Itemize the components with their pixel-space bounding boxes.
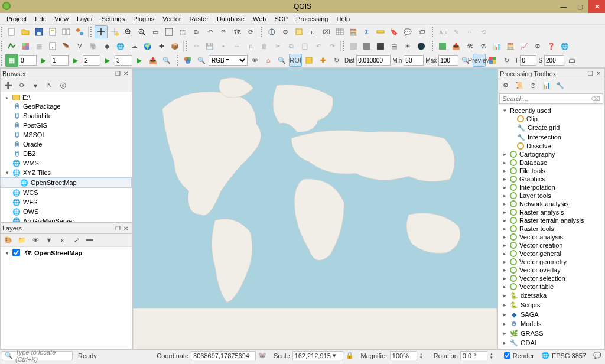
label-button[interactable]: ᴀʙ	[436, 25, 449, 38]
scp-search-button[interactable]: 🔍	[160, 54, 173, 67]
browser-item[interactable]: ▸E:\	[1, 93, 132, 102]
twisty-icon[interactable]: ▸	[502, 201, 508, 207]
stats-button[interactable]: Σ	[360, 25, 373, 38]
measure-button[interactable]	[374, 25, 387, 38]
browser-close-button[interactable]: ✕	[122, 70, 130, 78]
twisty-icon[interactable]: ▸	[502, 217, 508, 223]
scp-next-b[interactable]: ▶	[69, 54, 82, 67]
close-button[interactable]: ✕	[588, 0, 605, 13]
add-spatialite-button[interactable]: 🪶	[60, 40, 73, 53]
browser-props-button[interactable]: 🛈	[56, 79, 69, 92]
attribute-table-button[interactable]	[333, 25, 346, 38]
toolbox-item[interactable]: ▸Vector analysis	[498, 233, 604, 241]
scp-help-button[interactable]: 🌐	[558, 40, 571, 53]
scp-rgb-button[interactable]	[181, 54, 194, 67]
toolbox-item[interactable]: ▸Raster tools	[498, 225, 604, 233]
scp-spin-d[interactable]	[115, 55, 132, 66]
open-project-button[interactable]	[19, 25, 32, 38]
messages-icon[interactable]: 💬	[593, 352, 601, 359]
select-button[interactable]	[292, 25, 305, 38]
browser-item[interactable]: 🛢Oracle	[1, 139, 132, 149]
scp-band-combo[interactable]: RGB =	[209, 55, 248, 66]
twisty-icon[interactable]: ▸	[502, 242, 508, 248]
toolbox-options-button[interactable]: 🔧	[554, 79, 567, 92]
toolbox-script-button[interactable]: 📜	[513, 79, 526, 92]
toolbox-item[interactable]: ▸Vector table	[498, 282, 604, 291]
annotate-button[interactable]: 🏷	[415, 25, 428, 38]
toolbox-item[interactable]: ▸🔧GDAL	[498, 338, 604, 347]
toolbox-search-input[interactable]	[500, 95, 588, 102]
toolbox-item[interactable]: ▸🐍Scripts	[498, 300, 604, 310]
toolbox-close-button[interactable]: ✕	[594, 70, 603, 78]
new-print-layout-button[interactable]	[46, 25, 59, 38]
cut-button[interactable]: ✂	[271, 40, 284, 53]
toolbox-item[interactable]: ▸Raster analysis	[498, 208, 604, 216]
twisty-icon[interactable]: ▾	[502, 108, 508, 113]
raster-clip-button[interactable]: ▤	[388, 40, 401, 53]
menu-vector[interactable]: Vector	[158, 14, 185, 24]
menu-web[interactable]: Web	[249, 14, 270, 24]
scp-show-button[interactable]: 👁	[248, 54, 261, 67]
scp-preview-colors-button[interactable]	[486, 54, 499, 67]
layers-expr-button[interactable]: ε	[56, 233, 69, 246]
toolbox-item[interactable]: ▸🐍dzetsaka	[498, 291, 604, 300]
scp-manual-button[interactable]: ❓	[545, 40, 558, 53]
deselect-button[interactable]: ⌧	[320, 25, 333, 38]
dist-input[interactable]	[356, 55, 391, 66]
add-csv-button[interactable]: ,	[46, 40, 59, 53]
zoom-layer-button[interactable]: ⧉	[190, 25, 203, 38]
twisty-icon[interactable]: ▸	[502, 160, 508, 165]
max-input[interactable]	[438, 55, 458, 66]
maximize-button[interactable]: ▢	[572, 0, 588, 13]
menu-settings[interactable]: Settings	[97, 14, 129, 24]
layers-item[interactable]: ▾🗺OpenStreetMap	[1, 248, 132, 258]
node-tool-button[interactable]: ⋔	[244, 40, 257, 53]
layers-style-button[interactable]: 🎨	[2, 233, 15, 246]
toolbox-item[interactable]: ▸Vector selection	[498, 274, 604, 282]
menu-help[interactable]: Help	[332, 14, 354, 24]
twisty-icon[interactable]: ▸	[4, 95, 10, 100]
scp-bandcalc-button[interactable]: 🧮	[504, 40, 517, 53]
toolbox-history-button[interactable]: ⏱	[526, 79, 539, 92]
scp-zoom-button[interactable]: 🔍	[195, 54, 208, 67]
magnifier-field[interactable]: 100%	[390, 351, 417, 360]
add-vector-button[interactable]	[5, 40, 18, 53]
move-feature-button[interactable]: ↔	[230, 40, 243, 53]
scp-input-button[interactable]: 📥	[450, 40, 463, 53]
browser-tree[interactable]: ▸E:\🛢GeoPackage🛢SpatiaLite🛢PostGIS🛢MSSQL…	[1, 92, 132, 222]
layers-remove-button[interactable]: ➖	[83, 233, 96, 246]
twisty-icon[interactable]: ▾	[4, 250, 10, 256]
add-wfs-button[interactable]: 🌍	[141, 40, 154, 53]
scp-roi-button[interactable]: ROI	[289, 54, 302, 67]
scp-dock-button[interactable]: ▦	[5, 54, 18, 67]
coord-field[interactable]: 3068697,17875694	[191, 351, 256, 360]
scp-preprocess-button[interactable]: ⚗	[477, 40, 490, 53]
twisty-icon[interactable]: ▸	[502, 292, 508, 298]
epsg-label[interactable]: EPSG:3857	[552, 352, 586, 359]
scp-spin-a[interactable]	[19, 55, 37, 66]
select-expression-button[interactable]: ε	[306, 25, 319, 38]
add-wms-button[interactable]: 🌐	[114, 40, 127, 53]
scp-spin-b[interactable]	[51, 55, 69, 66]
twisty-icon[interactable]: ▸	[502, 234, 508, 240]
menu-scp[interactable]: SCP	[270, 14, 292, 24]
browser-item[interactable]: 🛢PostGIS	[1, 121, 132, 130]
t-input[interactable]	[520, 55, 536, 66]
toolbox-item[interactable]: ▸File tools	[498, 167, 604, 175]
toolbox-item[interactable]: ▸Layer tools	[498, 191, 604, 200]
crs-icon[interactable]: 🌐	[541, 352, 549, 359]
toolbox-item[interactable]: ▾Recently used	[498, 106, 604, 115]
redo-edit-button[interactable]: ↷	[326, 40, 339, 53]
raster-full-button[interactable]	[360, 40, 373, 53]
menu-edit[interactable]: Edit	[31, 14, 50, 24]
browser-refresh-button[interactable]: ⟳	[15, 79, 28, 92]
map-canvas[interactable]	[133, 68, 497, 349]
label-rotate-button[interactable]: ⟲	[477, 25, 490, 38]
scp-roi-poly-button[interactable]	[302, 54, 315, 67]
pan-button[interactable]	[95, 25, 108, 38]
scp-spectral-button[interactable]: 📈	[518, 40, 531, 53]
toolbox-results-button[interactable]: 📊	[540, 79, 553, 92]
scale-field[interactable]: 162,212,915 ▾	[292, 351, 343, 360]
zoom-native-button[interactable]: ▭	[149, 25, 162, 38]
save-project-button[interactable]	[32, 25, 45, 38]
